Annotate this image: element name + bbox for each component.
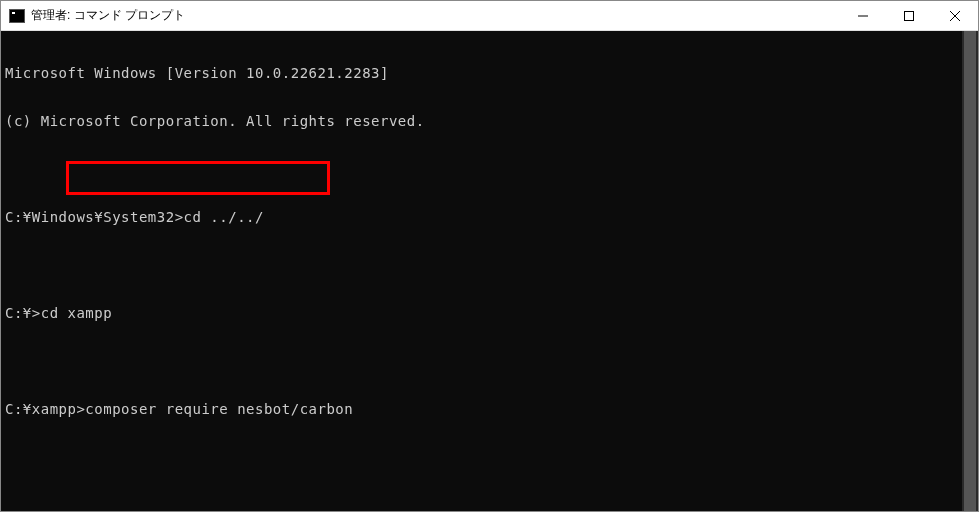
terminal-content[interactable]: Microsoft Windows [Version 10.0.22621.22… (1, 31, 962, 511)
blank-line (5, 257, 958, 273)
minimize-icon (858, 11, 868, 21)
titlebar[interactable]: 管理者: コマンド プロンプト (1, 1, 978, 31)
output-line: Microsoft Windows [Version 10.0.22621.22… (5, 65, 958, 81)
blank-line (5, 161, 958, 177)
vertical-scrollbar[interactable] (962, 31, 978, 511)
command-prompt-window: 管理者: コマンド プロンプト Microsoft Windows [Versi… (0, 0, 979, 512)
current-command-line: C:¥xampp>composer require nesbot/carbon (5, 401, 958, 417)
close-icon (950, 11, 960, 21)
maximize-button[interactable] (886, 1, 932, 30)
window-controls (840, 1, 978, 30)
scrollbar-thumb[interactable] (964, 31, 976, 511)
maximize-icon (904, 11, 914, 21)
highlighted-command: composer require nesbot/carbon (85, 401, 353, 417)
cmd-icon (9, 9, 25, 23)
close-button[interactable] (932, 1, 978, 30)
command-line: C:¥Windows¥System32>cd ../../ (5, 209, 958, 225)
window-title: 管理者: コマンド プロンプト (31, 7, 840, 24)
command-line: C:¥>cd xampp (5, 305, 958, 321)
minimize-button[interactable] (840, 1, 886, 30)
svg-rect-1 (905, 11, 914, 20)
blank-line (5, 353, 958, 369)
output-line: (c) Microsoft Corporation. All rights re… (5, 113, 958, 129)
prompt-text: C:¥xampp> (5, 401, 85, 417)
terminal-area[interactable]: Microsoft Windows [Version 10.0.22621.22… (1, 31, 978, 511)
